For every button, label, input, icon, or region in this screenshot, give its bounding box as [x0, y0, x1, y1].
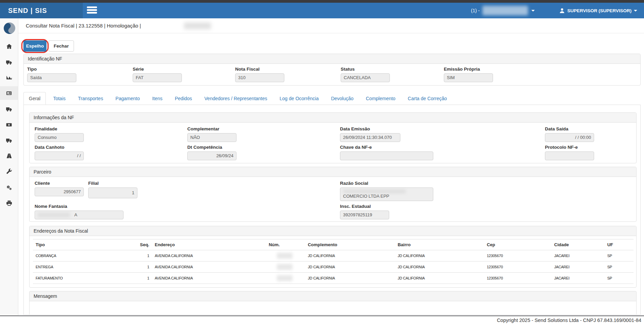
nome-fantasia-input[interactable]: A [35, 211, 124, 219]
cell-num [266, 250, 305, 261]
user-menu[interactable]: SUPERVISOR (SUPERVISOR) [559, 3, 637, 18]
redacted-nome-fantasia [38, 213, 70, 217]
cell-seq: 1 [137, 273, 152, 284]
field-cliente: Cliente 2950677 [35, 181, 84, 196]
data-emissao-input[interactable]: 26/09/2024 11:30:34.070 [340, 133, 400, 142]
col-tipo: Tipo [33, 239, 137, 250]
field-data-canhoto: Data Canhoto / / [35, 145, 84, 160]
tab-pane-geral: Informações da NF Finalidade Consumo Com… [23, 105, 641, 315]
truck-icon [6, 138, 12, 143]
field-serie: Série FAT [133, 67, 182, 82]
serie-input[interactable]: FAT [133, 73, 182, 82]
cell-tipo: COBRANÇA [33, 250, 137, 261]
sidebar-item-expedicao[interactable] [0, 55, 18, 69]
sidebar-item-transportes[interactable] [0, 102, 18, 116]
field-label: Complementar [187, 126, 236, 131]
table-row-cobranca[interactable]: COBRANÇA 1 AVENIDA CALIFORNIA JD CALIFOR… [33, 250, 633, 261]
col-seq: Seq. [137, 239, 152, 250]
data-saida-input[interactable]: / / 00:00 [545, 133, 594, 142]
data-canhoto-input[interactable]: / / [35, 151, 84, 160]
tipo-input[interactable]: Saída [27, 73, 76, 82]
sidebar-item-ferramentas[interactable] [0, 165, 18, 178]
redacted-numero [277, 275, 292, 281]
sidebar-item-impressao[interactable] [0, 196, 18, 210]
chevron-down-icon [634, 10, 637, 12]
table-row-entrega[interactable]: ENTREGA 1 AVENIDA CALIFORNIA JD CALIFORN… [33, 261, 633, 273]
top-strip [0, 0, 644, 3]
money-bill-icon: 1 [6, 122, 12, 128]
panel-parceiro: Parceiro Cliente 2950677 Filial 1 Razão … [29, 167, 637, 222]
col-complemento: Complemento [305, 239, 395, 250]
sidebar-item-financeiro[interactable]: 1 [0, 118, 18, 131]
sidebar-item-notas-fiscais[interactable] [0, 86, 18, 100]
tab-geral[interactable]: Geral [23, 92, 46, 105]
field-label: Data Saída [545, 126, 594, 131]
complementar-input[interactable]: NÃO [187, 133, 236, 142]
cell-endereco: AVENIDA CALIFORNIA [152, 261, 266, 273]
razao-social-input[interactable]: COMERCIO LTDA EPP [340, 187, 433, 201]
emissao-propria-input[interactable]: SIM [444, 73, 493, 82]
col-cep: Cep [484, 239, 552, 250]
breadcrumb-text: Consultar Nota Fiscal | 23.122558 | Homo… [26, 18, 141, 33]
svg-text:1: 1 [8, 124, 10, 126]
cell-bairro: JD CALIFORNIA [395, 273, 484, 284]
field-nota-fiscal: Nota Fiscal 310 [235, 67, 284, 82]
cell-seq: 1 [137, 250, 152, 261]
sidebar-item-home[interactable] [0, 40, 18, 53]
cell-bairro: JD CALIFORNIA [395, 261, 484, 273]
tab-totais[interactable]: Totais [48, 92, 71, 104]
fechar-button[interactable]: Fechar [49, 40, 74, 52]
table-row-faturamento[interactable]: FATURAMENTO 1 AVENIDA CALIFORNIA JD CALI… [33, 273, 633, 284]
field-label: Data Emissão [340, 126, 400, 131]
cell-endereco: AVENIDA CALIFORNIA [152, 250, 266, 261]
redacted-company-name[interactable] [482, 6, 528, 15]
field-filial: Filial 1 [88, 181, 137, 198]
company-prefix: (1) - [471, 3, 480, 18]
panel-title: Mensagem [30, 291, 636, 301]
cell-uf: SP [605, 250, 633, 261]
tab-log-ocorrencia[interactable]: Log de Ocorrência [274, 92, 324, 104]
field-label: Insc. Estadual [340, 204, 389, 209]
tab-complemento[interactable]: Complemento [361, 92, 400, 104]
table-header-row: Tipo Seq. Endereço Núm. Complemento Bair… [33, 239, 633, 250]
sidebar-item-relatorios[interactable] [0, 71, 18, 84]
chave-nfe-input[interactable] [340, 151, 433, 160]
footer: Copyright 2025 - Send Solutions Ltda - C… [0, 315, 644, 325]
status-input[interactable]: CANCELADA [341, 73, 390, 82]
redacted-razao-social-line1 [343, 189, 406, 193]
cell-num [266, 261, 305, 273]
cell-bairro: JD CALIFORNIA [395, 250, 484, 261]
cell-cidade: JACAREI [551, 250, 604, 261]
tab-pedidos[interactable]: Pedidos [170, 92, 197, 104]
dt-competencia-input[interactable]: 26/09/24 [187, 151, 236, 160]
filial-input[interactable]: 1 [88, 187, 137, 198]
app-screen: SEND | SIS (1) - SUPERVISOR (SUPERVISOR) [0, 0, 644, 325]
tab-devolucao[interactable]: Devolução [326, 92, 359, 104]
field-chave-nfe: Chave da NF-e [340, 145, 433, 160]
cell-cep: 12305670 [484, 273, 552, 284]
finalidade-input[interactable]: Consumo [35, 133, 84, 142]
tab-pagamento[interactable]: Pagamento [110, 92, 145, 104]
cliente-input[interactable]: 2950677 [35, 187, 84, 196]
chevron-down-icon[interactable] [531, 10, 535, 12]
tab-itens[interactable]: Itens [147, 92, 167, 104]
newspaper-icon [6, 90, 12, 96]
truck-icon [6, 59, 12, 65]
menu-toggle-icon[interactable] [87, 6, 98, 15]
tab-carta-correcao[interactable]: Carta de Correção [403, 92, 452, 104]
tab-transportes[interactable]: Transportes [73, 92, 108, 104]
tab-vendedores[interactable]: Vendedores / Representantes [199, 92, 272, 104]
espelho-button[interactable]: Espelho [23, 40, 46, 52]
protocolo-nfe-input[interactable] [545, 151, 594, 160]
col-uf: UF [605, 239, 633, 250]
field-protocolo-nfe: Protocolo NF-e [545, 145, 594, 160]
insc-estadual-input[interactable]: 392097825119 [340, 211, 389, 219]
field-complementar: Complementar NÃO [187, 126, 236, 142]
nota-fiscal-input[interactable]: 310 [235, 73, 284, 82]
sidebar-item-fretes[interactable] [0, 133, 18, 147]
sidebar-item-configuracoes[interactable] [0, 181, 18, 194]
field-label: Emissão Própria [444, 67, 493, 72]
field-label: Chave da NF-e [340, 145, 433, 150]
field-finalidade: Finalidade Consumo [35, 126, 84, 142]
sidebar-item-rotas[interactable] [0, 149, 18, 163]
